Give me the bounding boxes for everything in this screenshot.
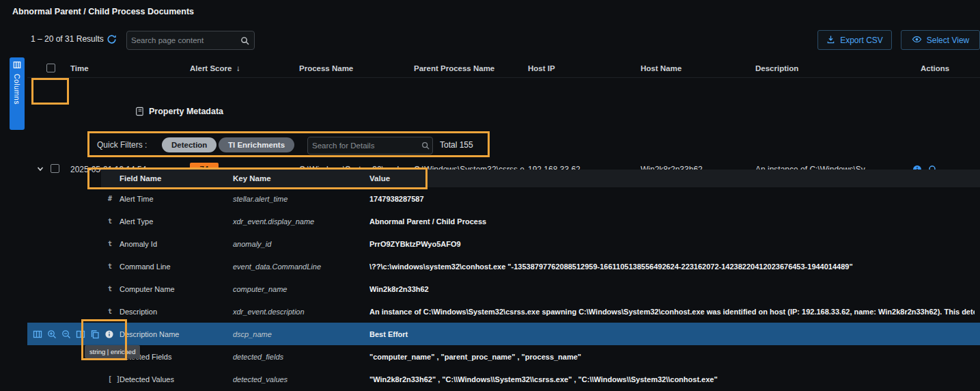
book-icon <box>135 107 144 116</box>
key-name: computer_name <box>233 278 288 300</box>
columns-grid-icon <box>13 61 21 71</box>
select-view-button[interactable]: Select View <box>901 30 980 50</box>
select-all-checkbox[interactable] <box>46 64 55 72</box>
key-name: stellar.alert_time <box>233 187 288 210</box>
col-header-parent-process-name[interactable]: Parent Process Name <box>414 64 494 72</box>
col-header-alert-score[interactable]: Alert Score <box>190 64 232 72</box>
page-search <box>126 31 255 50</box>
field-name: Command Line <box>120 255 171 278</box>
type-tooltip: string | enriched <box>85 345 140 358</box>
property-table-header: Field Name Key Name Value <box>101 170 980 187</box>
field-value: PrrO9ZYBktzPWyo5AFO9 <box>369 232 975 255</box>
field-type-text-icon: t <box>108 255 112 278</box>
field-value: 1747938287587 <box>369 187 975 210</box>
field-type-text-icon: t <box>108 300 112 323</box>
filter-detection-pill[interactable]: Detection <box>162 137 216 152</box>
pcol-key-name: Key Name <box>233 174 271 183</box>
key-name: dscp_name <box>233 323 272 345</box>
key-name: xdr_event.description <box>233 300 305 323</box>
field-value: "computer_name" , "parent_proc_name" , "… <box>369 345 975 368</box>
search-icon <box>240 36 254 45</box>
field-name: Alert Time <box>120 187 154 210</box>
row-hover-actions <box>33 323 114 345</box>
filter-for-value-icon[interactable] <box>47 329 57 339</box>
col-header-description[interactable]: Description <box>755 64 798 72</box>
app-window: Abnormal Parent / Child Process Document… <box>0 0 980 391</box>
pcol-field-name: Field Name <box>120 174 161 183</box>
field-name: Anomaly Id <box>120 232 157 255</box>
col-header-host-ip[interactable]: Host IP <box>528 64 555 72</box>
property-metadata-title: Property Metadata <box>149 107 223 116</box>
property-row-description-name[interactable]: Description Name dscp_name Best Effort <box>27 323 980 345</box>
copy-icon[interactable] <box>90 329 100 339</box>
property-row-detected-fields[interactable]: [ ] Detected Fields detected_fields "com… <box>27 345 980 368</box>
property-row-description[interactable]: t Description xdr_event.description An i… <box>27 300 980 323</box>
col-header-actions: Actions <box>921 64 949 72</box>
field-value: Abnormal Parent / Child Process <box>369 210 975 232</box>
field-type-number-icon: # <box>108 187 112 210</box>
field-name: Computer Name <box>120 278 175 300</box>
property-row-computer-name[interactable]: t Computer Name computer_name Win2k8r2n3… <box>27 278 980 300</box>
result-row[interactable]: 2025-05-21 19:14:54 74 C:\Windows\System… <box>0 78 980 104</box>
field-type-text-icon: t <box>108 278 112 300</box>
download-icon <box>826 35 835 46</box>
filter-out-value-icon[interactable] <box>61 329 71 339</box>
col-header-time[interactable]: Time <box>70 64 89 72</box>
eye-icon <box>912 34 922 46</box>
field-value: "Win2k8r2n33h62" , "C:\\Windows\\System3… <box>369 368 975 390</box>
details-search-icon <box>421 141 434 150</box>
property-row-detected-values[interactable]: [ ] Detected Values detected_values "Win… <box>27 368 980 390</box>
field-value: Win2k8r2n33h62 <box>369 278 975 300</box>
pcol-value: Value <box>369 174 390 183</box>
field-type-text-icon: t <box>108 232 112 255</box>
field-name: Description <box>120 300 157 323</box>
details-search <box>307 137 433 154</box>
key-name: detected_fields <box>233 345 283 368</box>
filter-ti-enrichments-pill[interactable]: TI Enrichments <box>219 137 294 152</box>
quick-filters-label: Quick Filters : <box>97 140 147 150</box>
page-title: Abnormal Parent / Child Process Document… <box>12 7 194 16</box>
field-type-array-icon: [ ] <box>108 368 120 390</box>
property-row-alert-time[interactable]: # Alert Time stellar.alert_time 17479382… <box>27 187 980 210</box>
field-name: Detected Values <box>120 368 174 390</box>
toggle-columns-icon[interactable] <box>33 329 42 339</box>
details-search-input[interactable] <box>308 141 421 150</box>
total-count: Total 155 <box>440 140 473 150</box>
sort-desc-icon[interactable]: ↓ <box>236 64 240 72</box>
key-name: xdr_event.display_name <box>233 210 314 232</box>
key-name: detected_values <box>233 368 288 390</box>
field-type-text-icon: t <box>108 210 112 232</box>
property-row-command-line[interactable]: t Command Line event_data.CommandLine \?… <box>27 255 980 278</box>
key-name: anomaly_id <box>233 232 271 255</box>
field-value: An instance of C:\Windows\System32\csrss… <box>369 300 975 323</box>
export-csv-button[interactable]: Export CSV <box>817 30 892 50</box>
row-expand-chevron-icon[interactable] <box>36 165 44 173</box>
key-name: event_data.CommandLine <box>233 255 321 278</box>
field-info-icon[interactable] <box>104 329 114 339</box>
property-row-alert-type[interactable]: t Alert Type xdr_event.display_name Abno… <box>27 210 980 232</box>
add-column-icon[interactable] <box>76 329 85 339</box>
col-header-host-name[interactable]: Host Name <box>641 64 682 72</box>
field-name: Description Name <box>120 323 179 345</box>
results-count: 1 – 20 of 31 Results <box>31 34 104 44</box>
property-row-anomaly-id[interactable]: t Anomaly Id anomaly_id PrrO9ZYBktzPWyo5… <box>27 232 980 255</box>
row-checkbox[interactable] <box>51 164 59 173</box>
field-name: Alert Type <box>120 210 153 232</box>
refresh-icon[interactable] <box>107 34 117 44</box>
page-search-input[interactable] <box>127 36 240 44</box>
export-csv-label: Export CSV <box>840 36 883 45</box>
select-view-label: Select View <box>927 36 969 45</box>
col-header-process-name[interactable]: Process Name <box>299 64 353 72</box>
field-value: \??\c:\windows\system32\conhost.exe "-13… <box>369 255 975 278</box>
field-value: Best Effort <box>369 323 975 345</box>
